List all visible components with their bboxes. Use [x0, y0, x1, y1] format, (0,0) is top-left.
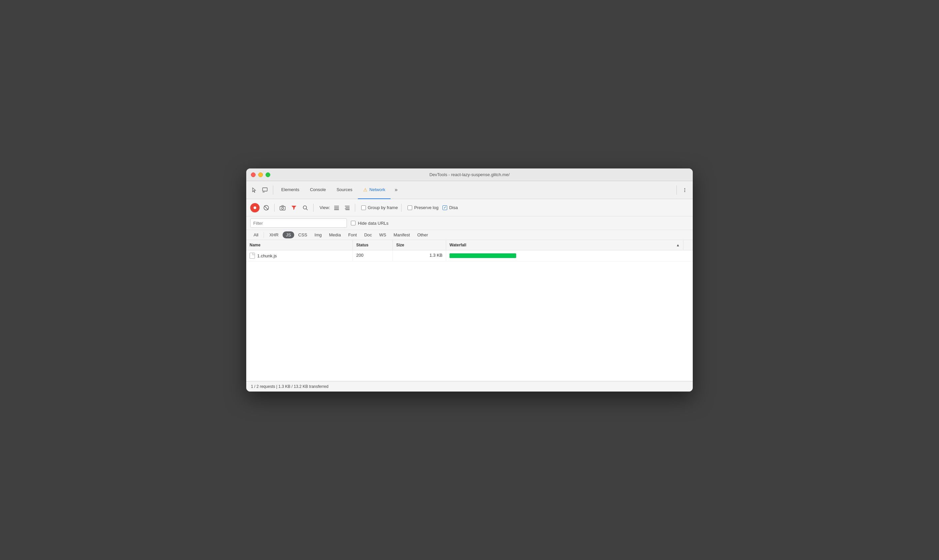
view-label: View:	[319, 205, 330, 210]
more-options-button[interactable]	[680, 185, 690, 195]
filter-pill-font[interactable]: Font	[345, 231, 360, 238]
toolbar-sep-1	[274, 204, 274, 212]
filter-pill-ws[interactable]: WS	[376, 231, 390, 238]
svg-rect-8	[280, 206, 285, 210]
filter-pill-media[interactable]: Media	[325, 231, 344, 238]
status-bar: 1 / 2 requests | 1.3 KB / 13.2 KB transf…	[246, 381, 693, 392]
close-button[interactable]	[251, 172, 256, 177]
svg-point-10	[303, 206, 307, 209]
svg-point-4	[685, 191, 685, 192]
th-waterfall[interactable]: Waterfall ▲	[446, 240, 683, 250]
td-status: 200	[353, 250, 393, 261]
tab-network[interactable]: ⚠ Network	[358, 181, 391, 199]
screenshot-button[interactable]	[278, 203, 287, 212]
file-icon	[250, 253, 255, 259]
filter-bar: Hide data URLs	[246, 216, 693, 230]
network-toolbar: View: Group by frame	[246, 199, 693, 216]
search-button[interactable]	[301, 203, 310, 212]
td-waterfall	[446, 250, 683, 261]
th-status: Status	[353, 240, 393, 250]
filter-pill-divider	[264, 232, 264, 238]
filter-pill-manifest[interactable]: Manifest	[390, 231, 413, 238]
toolbar-sep-3	[355, 204, 355, 212]
minimize-button[interactable]	[258, 172, 263, 177]
view-list-icon	[334, 205, 339, 210]
tab-console[interactable]: Console	[305, 181, 331, 199]
th-name: Name	[246, 240, 353, 250]
svg-line-7	[264, 206, 268, 210]
svg-point-5	[254, 206, 256, 209]
inspector-icon	[262, 187, 268, 193]
svg-point-9	[282, 207, 284, 209]
cursor-icon	[251, 187, 257, 193]
inspector-icon-btn[interactable]	[259, 185, 270, 195]
devtools-tab-bar: Elements Console Sources ⚠ Network »	[246, 181, 693, 199]
svg-point-2	[685, 188, 685, 189]
filter-pill-all[interactable]: All	[250, 231, 262, 238]
th-end	[683, 240, 693, 250]
cursor-icon-btn[interactable]	[249, 185, 259, 195]
filter-pill-js[interactable]: JS	[282, 231, 294, 238]
hide-data-urls-checkbox[interactable]: Hide data URLs	[351, 221, 389, 226]
tab-sources[interactable]: Sources	[331, 181, 358, 199]
sort-arrow-icon: ▲	[676, 243, 680, 247]
group-by-frame-checkbox[interactable]: Group by frame	[361, 205, 398, 210]
tab-divider	[273, 185, 273, 195]
hide-data-urls-check-box	[351, 221, 356, 225]
table-empty-space	[246, 262, 693, 381]
clear-icon	[263, 205, 269, 211]
group-by-frame-check-box	[361, 205, 366, 210]
svg-rect-0	[262, 188, 267, 191]
traffic-lights	[251, 172, 270, 177]
clear-button[interactable]	[262, 203, 271, 212]
status-text: 1 / 2 requests | 1.3 KB / 13.2 KB transf…	[251, 384, 328, 389]
tab-elements[interactable]: Elements	[276, 181, 305, 199]
maximize-button[interactable]	[265, 172, 270, 177]
filter-pill-css[interactable]: CSS	[295, 231, 311, 238]
filter-icon	[291, 205, 296, 211]
network-warning-icon: ⚠	[363, 187, 367, 192]
td-end	[683, 250, 693, 261]
filter-type-bar: All XHR JS CSS Img Media Font Doc WS Man…	[246, 230, 693, 240]
table-header: Name Status Size Waterfall ▲	[246, 240, 693, 250]
filter-pill-img[interactable]: Img	[311, 231, 325, 238]
devtools-window: DevTools - react-lazy-suspense.glitch.me…	[246, 168, 693, 392]
network-table: Name Status Size Waterfall ▲ 1.chunk.js …	[246, 240, 693, 381]
th-size: Size	[393, 240, 446, 250]
filter-pill-xhr[interactable]: XHR	[266, 231, 282, 238]
filter-pill-other[interactable]: Other	[414, 231, 432, 238]
table-row[interactable]: 1.chunk.js 200 1.3 KB	[246, 250, 693, 262]
view-tree-button[interactable]	[343, 203, 352, 212]
filter-input[interactable]	[250, 218, 347, 228]
disable-cache-check-box	[443, 205, 447, 210]
window-title: DevTools - react-lazy-suspense.glitch.me…	[430, 172, 510, 177]
svg-line-11	[306, 209, 308, 210]
view-list-button[interactable]	[332, 203, 341, 212]
camera-icon	[279, 205, 285, 211]
waterfall-bar	[450, 253, 516, 258]
three-dots-icon	[682, 187, 688, 193]
view-tree-icon	[345, 205, 350, 210]
filter-pill-doc[interactable]: Doc	[361, 231, 375, 238]
record-button[interactable]	[250, 203, 259, 212]
preserve-log-check-box	[407, 205, 412, 210]
td-name: 1.chunk.js	[246, 250, 353, 261]
filter-button[interactable]	[289, 203, 299, 212]
td-size: 1.3 KB	[393, 250, 446, 261]
search-icon	[302, 205, 308, 211]
tab-more[interactable]: »	[391, 181, 401, 199]
preserve-log-checkbox[interactable]: Preserve log	[407, 205, 438, 210]
svg-point-3	[685, 189, 685, 191]
disable-cache-checkbox[interactable]: Disa	[443, 205, 458, 210]
titlebar: DevTools - react-lazy-suspense.glitch.me…	[246, 168, 693, 181]
record-icon	[253, 206, 257, 209]
